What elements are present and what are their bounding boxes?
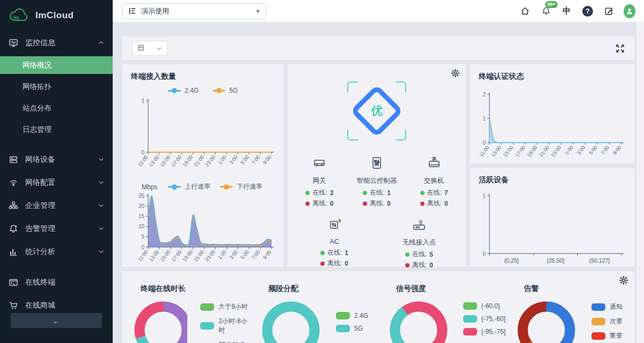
topbar-icons: 99+ 中 ? xyxy=(519,5,635,17)
online-dot xyxy=(363,191,367,195)
sidebar-item-enterprise-management[interactable]: 企业管理 xyxy=(0,194,113,217)
svg-text:9:00: 9:00 xyxy=(612,144,623,155)
scrollbar[interactable] xyxy=(636,23,644,343)
logo: lm ImCloud xyxy=(0,0,113,31)
chevron-down-icon xyxy=(98,203,104,208)
svg-text:0: 0 xyxy=(482,251,486,257)
device-status-switch: 交换机 在线:7 离线:0 xyxy=(406,155,462,210)
svg-text:5: 5 xyxy=(141,234,144,240)
gear-icon[interactable] xyxy=(619,276,628,285)
donut-section-signal-strength: 信号强度 (-60,0] (-75,-60] (-95,-75] xyxy=(378,271,506,343)
svg-text:15:00: 15:00 xyxy=(159,249,171,263)
wireless-ap-icon xyxy=(412,217,427,232)
cards-row: 终端接入数量 2.4G 5G 0111:0013:0015:0017:0019:… xyxy=(122,64,634,267)
help-button[interactable]: ? xyxy=(582,5,594,17)
sidebar-item-online-terminals[interactable]: 在线终端 xyxy=(0,271,113,294)
svg-text:1:00: 1:00 xyxy=(217,154,228,165)
svg-text:3:00: 3:00 xyxy=(575,144,586,155)
sidebar-item-label: 在线商城 xyxy=(25,301,55,310)
grade-text: 优 xyxy=(371,103,383,119)
svg-text:7:00: 7:00 xyxy=(251,154,261,165)
caret-down-icon: ▼ xyxy=(255,9,260,14)
svg-text:1:00: 1:00 xyxy=(564,144,574,155)
card-title: 终端认证状态 xyxy=(479,72,634,81)
sidebar-item-monitor-info[interactable]: 监控信息 xyxy=(0,31,113,54)
sidebar-item-label: 告警管理 xyxy=(25,224,55,234)
svg-text:15:00: 15:00 xyxy=(502,144,514,158)
user-menu-button[interactable] xyxy=(624,5,635,17)
frame-corner xyxy=(347,130,358,140)
scene-selector-value: 演示使用 xyxy=(141,6,169,16)
user-icon xyxy=(625,7,634,16)
dashboard: 日 终端接入数量 2.4G 5G xyxy=(113,23,636,343)
offline-dot xyxy=(405,263,409,267)
scene-selector[interactable]: 演示使用 ▼ xyxy=(122,3,266,19)
edit-icon xyxy=(604,6,613,16)
card-terminal-access: 终端接入数量 2.4G 5G 0111:0013:0015:0017:0019:… xyxy=(122,64,283,267)
fullscreen-icon[interactable] xyxy=(616,44,625,53)
online-dot xyxy=(305,191,310,195)
legend-item-5g: 5G xyxy=(213,87,238,94)
svg-text:2: 2 xyxy=(482,92,486,98)
bottom-panel: 终端在线时长 大于8小时 2小时-8小时 30分钟-2小时 频段分配 2.4G … xyxy=(122,271,634,343)
frame-corner xyxy=(396,81,406,92)
sidebar-collapse-button[interactable]: ← xyxy=(11,313,102,328)
signal-strength-donut xyxy=(386,298,450,343)
home-button[interactable] xyxy=(519,5,531,17)
language-toggle[interactable]: 中 xyxy=(561,5,573,17)
chevron-down-icon xyxy=(98,156,104,162)
sidebar-item-label: 网络配置 xyxy=(25,178,55,188)
sidebar-item-network-devices[interactable]: 网络设备 xyxy=(0,148,113,171)
svg-text:21:00: 21:00 xyxy=(538,144,550,158)
card-title: 活跃设备 xyxy=(479,175,634,185)
sidebar-item-label: 网络设备 xyxy=(25,155,55,165)
chevron-down-icon xyxy=(156,46,162,51)
online-dot xyxy=(320,251,325,255)
donut-legend: 2.4G 5G xyxy=(336,312,368,343)
donut-legend: 大于8小时 2小时-8小时 30分钟-2小时 xyxy=(200,302,250,343)
online-dot xyxy=(405,252,409,257)
sidebar-item-statistics[interactable]: 统计分析 xyxy=(0,240,113,263)
grade-frame: 优 xyxy=(347,81,406,140)
help-icon: ? xyxy=(582,6,593,17)
notifications-button[interactable]: 99+ xyxy=(540,5,552,17)
gear-icon[interactable] xyxy=(451,69,459,77)
device-status-row: 网关 在线:2 离线:0 智能云控制器 在线:1 离线:0 xyxy=(288,155,466,210)
sidebar-subitem-network-topology[interactable]: 网络拓扑 xyxy=(0,76,113,98)
auth-status-chart: 01211:0013:0015:0017:0019:0021:0023:001:… xyxy=(470,86,629,163)
sidebar-subitem-network-overview[interactable]: 网络概况 xyxy=(0,56,113,74)
cloud-controller-icon xyxy=(369,155,384,170)
period-select[interactable]: 日 xyxy=(132,41,167,56)
svg-text:21:00: 21:00 xyxy=(193,249,205,263)
rate-chart: 051015202511:0013:0015:0017:0019:0021:00… xyxy=(122,191,279,270)
svg-text:21:00: 21:00 xyxy=(193,154,205,168)
sidebar-item-alarm-management[interactable]: 告警管理 xyxy=(0,217,113,240)
section-title: 信号强度 xyxy=(396,284,506,294)
sidebar-subitem-log-management[interactable]: 日志管理 xyxy=(0,119,113,140)
bell-icon xyxy=(541,6,551,16)
unit-label: Mbps xyxy=(142,183,157,191)
subitem-label: 网络概况 xyxy=(23,61,52,70)
svg-text:13:00: 13:00 xyxy=(148,249,160,263)
sidebar-item-label: 企业管理 xyxy=(25,201,55,211)
wifi-icon xyxy=(9,178,18,188)
donut-section-online-duration: 终端在线时长 大于8小时 2小时-8小时 30分钟-2小时 xyxy=(122,271,250,343)
alarm-bell-icon xyxy=(9,224,18,234)
svg-text:10: 10 xyxy=(138,223,145,229)
svg-text:19:00: 19:00 xyxy=(181,249,194,263)
scene-list-icon xyxy=(128,7,136,15)
gateway-icon xyxy=(312,155,327,170)
offline-dot xyxy=(320,262,325,266)
sidebar-item-network-config[interactable]: 网络配置 xyxy=(0,171,113,194)
svg-text:23:00: 23:00 xyxy=(204,154,216,168)
card-auth-status: 终端认证状态 01211:0013:0015:0017:0019:0021:00… xyxy=(470,64,634,163)
sidebar-subitem-site-distribution[interactable]: 站点分布 xyxy=(0,98,113,119)
svg-text:17:00: 17:00 xyxy=(170,154,182,168)
svg-text:17:00: 17:00 xyxy=(514,144,526,158)
network-grade: 优 xyxy=(288,76,466,146)
svg-text:1: 1 xyxy=(141,98,144,104)
svg-text:5:00: 5:00 xyxy=(239,154,250,165)
svg-text:7:00: 7:00 xyxy=(251,249,261,260)
device-status-cloud-controller: 智能云控制器 在线:1 离线:0 xyxy=(349,155,405,210)
feedback-button[interactable] xyxy=(603,5,614,17)
